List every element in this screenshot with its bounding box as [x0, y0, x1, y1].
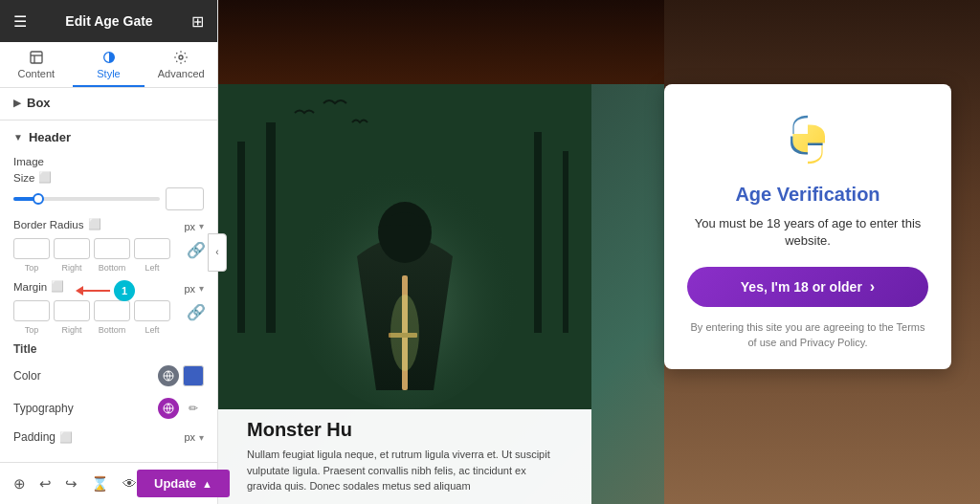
tab-advanced[interactable]: Advanced: [145, 42, 217, 87]
padding-monitor-icon: ⬜: [59, 431, 73, 444]
color-swatch[interactable]: [183, 365, 204, 386]
color-globe-icon[interactable]: [158, 365, 179, 386]
box-section: Box: [0, 88, 217, 118]
sidebar-bottom: ⊕ ↩ ↪ ⌛ 👁 Update ▲: [0, 462, 217, 504]
update-button[interactable]: Update ▲: [137, 470, 230, 497]
tab-content[interactable]: Content: [0, 42, 73, 87]
sidebar-header: ☰ Edit Age Gate ⊞: [0, 0, 217, 42]
border-radius-left[interactable]: [134, 238, 170, 259]
expand-handle[interactable]: ‹: [208, 233, 227, 272]
margin-dropdown-icon[interactable]: ▾: [199, 283, 204, 294]
image-label: Image: [13, 156, 204, 167]
hamburger-icon[interactable]: ☰: [13, 12, 27, 31]
article-title: Monster Hu: [247, 419, 563, 441]
box-section-header[interactable]: Box: [0, 88, 217, 118]
border-radius-sublabels: Top Right Bottom Left: [13, 263, 204, 273]
svg-point-18: [390, 295, 419, 371]
svg-rect-0: [31, 52, 42, 63]
border-radius-right[interactable]: [54, 238, 90, 259]
tab-style[interactable]: Style: [73, 42, 145, 87]
size-slider-thumb[interactable]: [33, 193, 44, 205]
size-slider-row: [13, 187, 204, 210]
margin-sublabel-top: Top: [13, 325, 50, 335]
monitor-icon: ⬜: [38, 171, 52, 184]
content-text-area: Monster Hu Nullam feugiat ligula neque, …: [218, 409, 591, 504]
arrow-line: [81, 290, 110, 292]
image-section-body: Image Size ⬜ Border Rad: [0, 152, 217, 459]
size-slider-value[interactable]: [166, 187, 204, 210]
sublabel-top: Top: [13, 263, 50, 273]
margin-sublabel-right: Right: [54, 325, 90, 335]
main-content: Monster Hu Nullam feugiat ligula neque, …: [218, 0, 980, 504]
border-radius-link-icon[interactable]: 🔗: [187, 241, 204, 258]
svg-point-20: [813, 154, 816, 158]
grid-icon[interactable]: ⊞: [191, 12, 204, 31]
margin-right[interactable]: [54, 300, 90, 321]
size-label: Size ⬜: [13, 171, 204, 184]
age-gate-footer: By entering this site you are agreeing t…: [687, 320, 928, 350]
layers-icon[interactable]: ⊕: [13, 475, 26, 493]
annotation-badge: 1: [114, 280, 135, 301]
margin-left[interactable]: [134, 300, 170, 321]
history-icon[interactable]: ⌛: [91, 475, 109, 493]
border-radius-dropdown-icon[interactable]: ▾: [199, 221, 204, 231]
margin-sublabel-bottom: Bottom: [94, 325, 130, 335]
svg-point-19: [799, 121, 803, 125]
knight-svg: [218, 84, 591, 409]
typography-row: Typography ✏: [13, 392, 204, 425]
border-radius-fields: [13, 238, 170, 259]
svg-point-15: [378, 202, 432, 263]
margin-sublabel-left: Left: [134, 325, 170, 335]
bottom-icons: ⊕ ↩ ↪ ⌛ 👁: [13, 475, 137, 493]
margin-monitor-icon: ⬜: [51, 280, 64, 293]
svg-rect-13: [563, 151, 568, 333]
title-section-label: Title: [13, 342, 204, 356]
typography-icons: ✏: [158, 398, 204, 419]
typography-pencil-icon[interactable]: ✏: [183, 398, 204, 419]
padding-unit[interactable]: px: [184, 431, 195, 443]
eye-icon[interactable]: 👁: [122, 475, 137, 492]
knight-image-area: [218, 84, 591, 409]
border-radius-label: Border Radius ⬜: [13, 218, 101, 230]
redo-icon[interactable]: ↪: [65, 475, 78, 493]
size-slider-track: [13, 197, 160, 201]
padding-row: Padding ⬜ px ▾: [13, 425, 204, 449]
age-gate-modal: Age Verification You must be 18 years of…: [664, 84, 951, 369]
border-radius-top[interactable]: [13, 238, 50, 259]
btn-arrow-icon: ›: [870, 278, 875, 296]
sublabel-right: Right: [54, 263, 90, 273]
svg-point-4: [179, 55, 183, 59]
color-icons: [158, 365, 204, 386]
margin-unit[interactable]: px: [184, 283, 195, 295]
sublabel-bottom: Bottom: [94, 263, 130, 273]
svg-rect-10: [237, 142, 245, 333]
header-arrow-icon: [13, 132, 23, 142]
chevron-up-icon: ▲: [202, 478, 212, 490]
margin-fields: [13, 300, 170, 321]
age-gate-subtitle: You must be 18 years of age to enter thi…: [687, 215, 928, 250]
padding-dropdown-icon[interactable]: ▾: [199, 432, 204, 443]
article-body: Nullam feugiat ligula neque, et rutrum l…: [247, 447, 563, 494]
border-radius-unit[interactable]: px: [184, 221, 195, 232]
sidebar-tabs: Content Style Advanced: [0, 42, 217, 88]
margin-label: Margin ⬜: [13, 280, 64, 293]
header-section-header[interactable]: Header 1: [0, 122, 217, 152]
border-radius-monitor-icon: ⬜: [88, 218, 101, 230]
border-radius-bottom[interactable]: [94, 238, 130, 259]
annotation-arrow: 1: [81, 280, 135, 301]
svg-rect-12: [534, 132, 542, 333]
sidebar-content: Box Header 1 Image Size: [0, 88, 217, 504]
margin-bottom[interactable]: [94, 300, 130, 321]
header-section: Header 1 Image Size ⬜: [0, 122, 217, 459]
margin-link-icon[interactable]: 🔗: [187, 303, 204, 320]
border-radius-label-row: Border Radius ⬜ px ▾: [13, 218, 204, 234]
typography-globe-icon[interactable]: [158, 398, 179, 419]
undo-icon[interactable]: ↩: [39, 475, 52, 493]
age-confirm-button[interactable]: Yes, I'm 18 or older ›: [687, 267, 928, 307]
python-logo: [779, 111, 836, 168]
color-row: Color: [13, 360, 204, 392]
age-gate-title: Age Verification: [735, 184, 880, 206]
sidebar: ☰ Edit Age Gate ⊞ Content Style Advanced…: [0, 0, 218, 504]
margin-top[interactable]: [13, 300, 50, 321]
sidebar-title: Edit Age Gate: [65, 13, 152, 29]
